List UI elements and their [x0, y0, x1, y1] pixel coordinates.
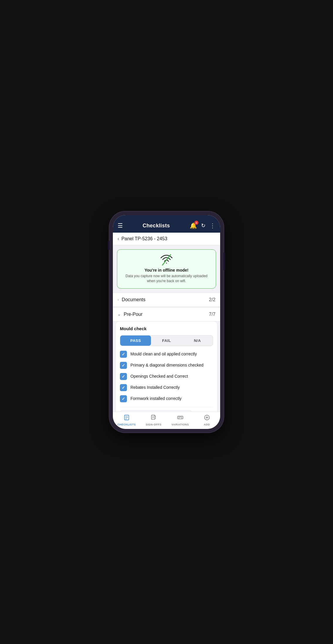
checklist-item: ✓ Rebates Installed Correctly: [120, 384, 213, 391]
checkbox-0[interactable]: ✓: [120, 351, 127, 358]
side-button-right: [224, 253, 225, 270]
hamburger-icon[interactable]: ☰: [118, 222, 123, 229]
notification-badge: 2: [194, 221, 198, 225]
tab-checklists[interactable]: CHECKLISTS: [117, 414, 136, 426]
checklist-item: ✓ Primary & diagonal dimensions checked: [120, 362, 213, 369]
tab-bar: CHECKLISTS SIGN-OFFS: [113, 412, 220, 429]
navbar-title: Checklists: [142, 223, 170, 229]
chevron-right-icon: ›: [118, 297, 119, 302]
section-prepour-label: Pre-Pour: [124, 312, 142, 317]
checkbox-2[interactable]: ✓: [120, 373, 127, 380]
item-label-4: Formwork installed correctly: [130, 395, 181, 402]
navbar: ☰ Checklists 🔔 2 ↻ ⋮: [113, 219, 220, 233]
side-button-left: [108, 241, 109, 250]
checkbox-3[interactable]: ✓: [120, 384, 127, 391]
section-documents-count: 2/2: [209, 297, 215, 302]
add-tab-label: ADD: [204, 423, 210, 426]
checklist-card: Mould check PASS FAIL N/A ✓ Mould clean …: [116, 321, 217, 412]
signoffs-icon: [150, 414, 157, 422]
item-label-0: Mould clean and oil applied correctly: [130, 351, 197, 357]
checklist-items: ✓ Mould clean and oil applied correctly …: [120, 351, 213, 402]
section-documents-label: Documents: [122, 297, 145, 302]
chevron-down-icon: ⌄: [118, 312, 121, 316]
card-title: Mould check: [120, 326, 213, 331]
checkmark-icon: ✓: [122, 352, 125, 357]
checkmark-icon: ✓: [122, 385, 125, 390]
checklists-tab-label: CHECKLISTS: [117, 423, 136, 426]
wifi-icon: [160, 254, 173, 267]
checkbox-4[interactable]: ✓: [120, 395, 127, 402]
tab-add[interactable]: ADD: [198, 414, 216, 426]
breadcrumb-title: Panel TP-5236 - 2453: [121, 236, 167, 241]
phone-shell: ☰ Checklists 🔔 2 ↻ ⋮ ‹ Panel TP-5236 - 2…: [109, 212, 224, 432]
fail-button[interactable]: FAIL: [151, 335, 182, 346]
bell-wrapper[interactable]: 🔔 2: [190, 222, 197, 229]
offline-banner: You're in offline mode! Data you capture…: [117, 249, 216, 289]
content-area: ‹ Panel TP-5236 - 2453: [113, 233, 220, 412]
section-prepour-left: ⌄ Pre-Pour: [118, 312, 142, 317]
comment-bar: Add comment 📷 📎: [120, 407, 213, 412]
item-label-3: Rebates Installed Correctly: [130, 384, 180, 391]
breadcrumb[interactable]: ‹ Panel TP-5236 - 2453: [113, 233, 220, 245]
tab-signoffs[interactable]: SIGN-OFFS: [145, 414, 162, 426]
checkmark-icon: ✓: [122, 396, 125, 401]
checklist-item: ✓ Mould clean and oil applied correctly: [120, 351, 213, 358]
section-prepour[interactable]: ⌄ Pre-Pour 7/7: [113, 307, 220, 321]
section-documents-left: › Documents: [118, 297, 145, 302]
item-label-2: Openings Checked and Correct: [130, 373, 188, 379]
checkmark-icon: ✓: [122, 363, 125, 368]
phone-screen: ☰ Checklists 🔔 2 ↻ ⋮ ‹ Panel TP-5236 - 2…: [113, 215, 220, 429]
offline-title: You're in offline mode!: [145, 268, 188, 272]
variations-icon: [177, 414, 184, 422]
back-arrow-icon[interactable]: ‹: [118, 236, 119, 241]
checklist-item: ✓ Formwork installed correctly: [120, 395, 213, 402]
checkmark-icon: ✓: [122, 374, 125, 379]
status-bar: [113, 215, 220, 219]
wifi-icon-wrapper: [160, 254, 173, 265]
checkbox-1[interactable]: ✓: [120, 362, 127, 369]
signoffs-tab-label: SIGN-OFFS: [146, 423, 162, 426]
checklists-icon: [123, 414, 130, 422]
svg-rect-1: [124, 415, 129, 420]
offline-description: Data you capture now will be automatical…: [121, 274, 212, 284]
item-label-1: Primary & diagonal dimensions checked: [130, 362, 203, 368]
tab-variations[interactable]: VARIATIONS: [171, 414, 189, 426]
section-prepour-count: 7/7: [209, 312, 215, 317]
variations-tab-label: VARIATIONS: [171, 423, 189, 426]
more-icon[interactable]: ⋮: [210, 222, 215, 229]
navbar-left: ☰: [118, 222, 123, 229]
navbar-right: 🔔 2 ↻ ⋮: [190, 222, 215, 229]
checklist-item: ✓ Openings Checked and Correct: [120, 373, 213, 380]
pass-button[interactable]: PASS: [120, 335, 151, 346]
pass-fail-toggle[interactable]: PASS FAIL N/A: [120, 335, 213, 346]
refresh-icon[interactable]: ↻: [201, 222, 205, 229]
section-documents[interactable]: › Documents 2/2: [113, 293, 220, 307]
na-button[interactable]: N/A: [182, 335, 213, 346]
add-icon: [204, 414, 210, 422]
